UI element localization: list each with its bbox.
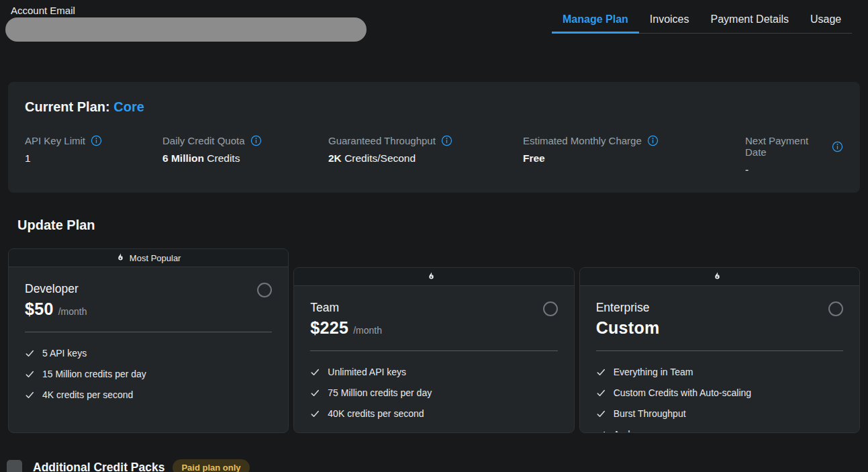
- plan-price: Custom: [596, 318, 660, 338]
- check-icon: [596, 388, 606, 398]
- plan-price: $225: [310, 318, 348, 338]
- flame-icon: [713, 271, 722, 282]
- check-icon: [25, 348, 35, 359]
- current-plan-card: Current Plan: Core API Key Limit 1 Daily…: [8, 82, 860, 193]
- plan-radio[interactable]: [828, 301, 843, 316]
- stat-label: Estimated Monthly Charge: [523, 135, 642, 146]
- most-popular-banner: Most Popular: [9, 249, 288, 267]
- stat-value: 6 Million Credits: [162, 152, 328, 164]
- current-plan-title-prefix: Current Plan:: [25, 99, 113, 114]
- plan-feature-text: Burst Throughput: [614, 408, 686, 419]
- stat-value: -: [745, 164, 843, 176]
- plan-feature-text: 75 Million credits per day: [328, 387, 432, 398]
- billing-tabs: Manage PlanInvoicesPayment DetailsUsage: [552, 0, 852, 34]
- plan-feature-text: Unlimited API keys: [328, 367, 406, 377]
- plan-feature-text: And more: [614, 429, 655, 433]
- stat-label: API Key Limit: [25, 135, 85, 146]
- plan-divider: [310, 350, 557, 351]
- current-plan-name: Core: [113, 99, 144, 114]
- plan-feature-text: 4K credits per second: [42, 389, 133, 400]
- paid-plan-only-badge: Paid plan only: [173, 459, 249, 472]
- plan-price: $50: [25, 299, 54, 319]
- check-icon: [310, 409, 320, 419]
- tab-payment-details[interactable]: Payment Details: [700, 0, 800, 34]
- info-icon[interactable]: [250, 135, 262, 146]
- check-icon: [596, 430, 606, 434]
- stat-label: Daily Credit Quota: [162, 135, 245, 146]
- plan-stat: API Key Limit 1: [25, 135, 162, 176]
- credit-packs-checkbox[interactable]: [7, 460, 22, 472]
- most-popular-label: Most Popular: [130, 253, 181, 263]
- check-icon: [310, 367, 320, 377]
- check-icon: [596, 367, 606, 377]
- plan-card-team[interactable]: Team $225 /month Unlimited API keys: [293, 267, 574, 433]
- check-icon: [25, 390, 35, 400]
- credit-packs-row: Additional Credit Packs Paid plan only: [7, 459, 868, 472]
- info-icon[interactable]: [91, 135, 102, 146]
- info-icon[interactable]: [441, 135, 452, 146]
- plan-period: /month: [353, 325, 382, 336]
- plan-name: Team: [310, 301, 382, 315]
- info-icon[interactable]: [832, 141, 843, 152]
- plan-feature: Custom Credits with Auto-scaling: [596, 387, 843, 398]
- most-popular-banner: [580, 268, 859, 286]
- plan-feature: 40K credits per second: [310, 408, 557, 419]
- stat-label: Next Payment Date: [745, 135, 826, 158]
- plan-feature-text: Custom Credits with Auto-scaling: [614, 387, 751, 398]
- update-plan-heading: Update Plan: [17, 218, 868, 233]
- plan-stat: Daily Credit Quota 6 Million Credits: [162, 135, 328, 176]
- plan-feature-text: 40K credits per second: [328, 408, 424, 419]
- page-header: Account Email Manage PlanInvoicesPayment…: [0, 0, 868, 64]
- check-icon: [310, 388, 320, 398]
- info-icon[interactable]: [647, 135, 659, 146]
- plan-period: /month: [58, 306, 87, 317]
- plan-radio[interactable]: [543, 301, 558, 316]
- plan-feature: Unlimited API keys: [310, 367, 557, 377]
- plan-features: Everything in Team Custom Credits with A…: [596, 367, 843, 433]
- stat-value: Free: [523, 152, 745, 164]
- account-email-input[interactable]: [5, 17, 367, 42]
- stat-value: 2K Credits/Second: [328, 152, 523, 164]
- tab-manage-plan[interactable]: Manage Plan: [552, 0, 639, 34]
- plan-stat: Guaranteed Throughput 2K Credits/Second: [328, 135, 523, 176]
- plan-column: Most Popular Developer $50 /month: [8, 248, 289, 433]
- most-popular-banner: [294, 268, 573, 286]
- plan-divider: [25, 332, 272, 332]
- plan-column: Team $225 /month Unlimited API keys: [293, 267, 574, 433]
- current-plan-stats: API Key Limit 1 Daily Credit Quota 6 M: [25, 135, 843, 176]
- plan-column: Enterprise Custom Everything in Team: [579, 267, 860, 433]
- plan-name: Enterprise: [596, 301, 660, 315]
- plan-feature: Burst Throughput: [596, 408, 843, 419]
- plan-divider: [596, 350, 843, 351]
- plan-card-enterprise[interactable]: Enterprise Custom Everything in Team: [579, 267, 860, 433]
- plan-name: Developer: [25, 282, 87, 296]
- plan-options: Most Popular Developer $50 /month: [8, 248, 860, 433]
- plan-feature-text: 15 Million credits per day: [42, 369, 146, 379]
- check-icon: [25, 369, 35, 379]
- plan-feature-text: Everything in Team: [614, 367, 693, 377]
- current-plan-title: Current Plan: Core: [25, 99, 843, 115]
- plan-feature-text: 5 API keys: [42, 348, 87, 359]
- tab-invoices[interactable]: Invoices: [639, 0, 700, 34]
- plan-radio[interactable]: [257, 283, 272, 297]
- plan-feature: 4K credits per second: [25, 389, 272, 400]
- plan-feature: 5 API keys: [25, 348, 272, 359]
- flame-icon: [116, 252, 125, 263]
- tab-usage[interactable]: Usage: [800, 0, 852, 34]
- credit-packs-label: Additional Credit Packs: [33, 461, 164, 472]
- plan-feature: 15 Million credits per day: [25, 369, 272, 379]
- plan-features: Unlimited API keys 75 Million credits pe…: [310, 367, 557, 419]
- stat-label: Guaranteed Throughput: [328, 135, 436, 146]
- plan-card-developer[interactable]: Most Popular Developer $50 /month: [8, 248, 289, 433]
- plan-stat: Estimated Monthly Charge Free: [523, 135, 745, 176]
- plan-feature: 75 Million credits per day: [310, 387, 557, 398]
- plan-features: 5 API keys 15 Million credits per day 4K…: [25, 348, 272, 400]
- plan-feature: Everything in Team: [596, 367, 843, 377]
- account-email-label: Account Email: [11, 5, 75, 16]
- plan-stat: Next Payment Date -: [745, 135, 843, 176]
- plan-feature: And more: [596, 429, 843, 433]
- flame-icon: [427, 271, 436, 282]
- stat-value: 1: [25, 152, 162, 164]
- check-icon: [596, 409, 606, 419]
